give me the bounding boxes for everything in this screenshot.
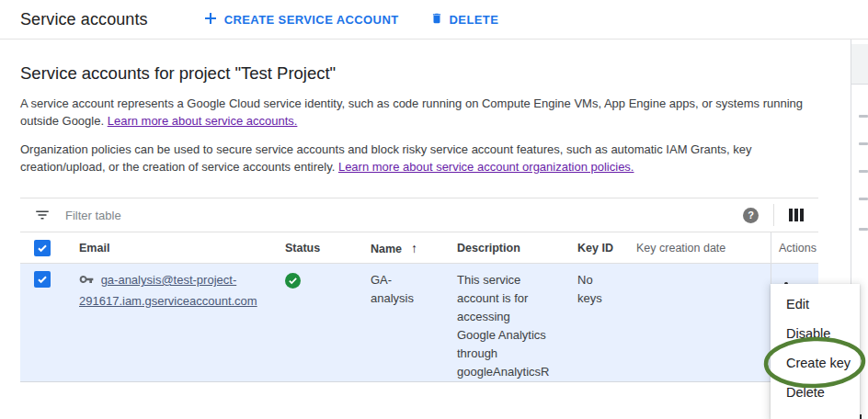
create-service-account-button[interactable]: CREATE SERVICE ACCOUNT xyxy=(203,11,399,28)
sort-ascending-icon: ↑ xyxy=(411,241,417,255)
top-toolbar: Service accounts CREATE SERVICE ACCOUNT … xyxy=(0,0,868,40)
filter-icon xyxy=(34,207,51,223)
column-header-email[interactable]: Email xyxy=(79,242,285,255)
right-panel-clipped-text xyxy=(859,170,868,173)
plus-icon xyxy=(203,11,218,28)
menu-item-disable[interactable]: Disable xyxy=(771,319,860,348)
filter-table-input[interactable] xyxy=(65,209,743,222)
service-accounts-table: ? Email Status Name↑ Description Key ID xyxy=(20,198,818,382)
help-icon[interactable]: ? xyxy=(743,208,759,223)
learn-more-service-accounts-link[interactable]: Learn more about service accounts. xyxy=(108,114,298,128)
service-account-key-icon xyxy=(79,276,97,289)
trash-icon xyxy=(430,11,443,28)
create-service-account-label: CREATE SERVICE ACCOUNT xyxy=(224,13,399,27)
table-row[interactable]: ga-analysis@test-project-291617.iam.gser… xyxy=(20,264,818,382)
menu-item-edit[interactable]: Edit xyxy=(771,289,860,319)
table-filter-bar: ? xyxy=(20,198,818,232)
menu-item-create-key[interactable]: Create key xyxy=(771,348,860,378)
column-display-icon[interactable] xyxy=(789,209,804,221)
column-header-name[interactable]: Name↑ xyxy=(371,241,457,255)
key-id-cell: No keys xyxy=(577,264,636,381)
row-checkbox[interactable] xyxy=(34,271,51,288)
select-all-checkbox-cell xyxy=(20,240,79,256)
right-panel-clipped-header xyxy=(851,44,868,85)
learn-more-org-policies-link[interactable]: Learn more about service account organiz… xyxy=(338,160,634,174)
right-panel-clipped-text xyxy=(859,115,868,118)
right-panel-clipped-text xyxy=(859,198,868,200)
policy-paragraph: Organization policies can be used to sec… xyxy=(20,141,818,176)
description-cell: This service account is for accessing Go… xyxy=(457,264,577,381)
main-content: Service accounts for project "Test Proje… xyxy=(20,40,818,382)
name-cell: GA-analysis xyxy=(371,264,457,381)
column-header-description[interactable]: Description xyxy=(457,242,577,255)
delete-button[interactable]: DELETE xyxy=(430,11,499,28)
column-header-key-creation-date[interactable]: Key creation date xyxy=(636,242,771,255)
menu-item-delete[interactable]: Delete xyxy=(771,378,860,407)
right-panel-clipped-text xyxy=(859,228,868,231)
section-heading: Service accounts for project "Test Proje… xyxy=(20,63,818,84)
row-actions-menu: Edit Disable Create key Delete xyxy=(771,284,860,419)
intro-paragraph: A service account represents a Google Cl… xyxy=(20,95,818,130)
row-checkbox-cell xyxy=(20,264,79,381)
table-header-row: Email Status Name↑ Description Key ID Ke… xyxy=(20,232,818,264)
column-header-status[interactable]: Status xyxy=(285,242,371,255)
right-panel-clipped-text xyxy=(859,142,868,145)
key-creation-date-cell xyxy=(636,264,771,381)
service-accounts-page: Service accounts CREATE SERVICE ACCOUNT … xyxy=(0,0,868,419)
column-header-key-id[interactable]: Key ID xyxy=(577,242,636,255)
status-enabled-icon xyxy=(285,273,301,289)
service-account-email-link[interactable]: ga-analysis@test-project-291617.iam.gser… xyxy=(79,273,257,308)
delete-label: DELETE xyxy=(450,13,499,27)
status-cell xyxy=(285,264,371,381)
page-title: Service accounts xyxy=(20,10,148,29)
column-header-actions: Actions xyxy=(771,232,818,263)
select-all-checkbox[interactable] xyxy=(34,240,51,256)
filter-bar-divider xyxy=(773,204,774,226)
email-cell: ga-analysis@test-project-291617.iam.gser… xyxy=(79,264,285,381)
